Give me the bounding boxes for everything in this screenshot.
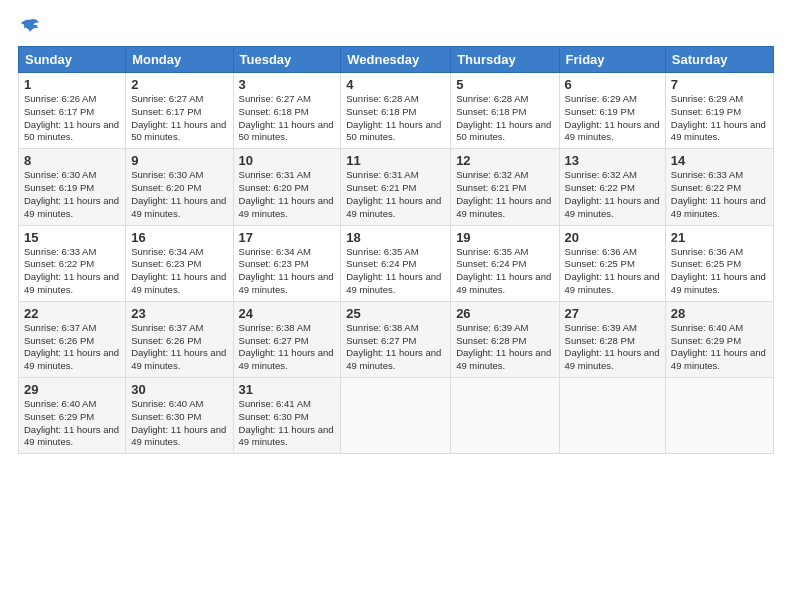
day-number: 12 xyxy=(456,153,553,168)
day-info: Sunrise: 6:30 AM Sunset: 6:19 PM Dayligh… xyxy=(24,169,120,220)
calendar-cell: 23 Sunrise: 6:37 AM Sunset: 6:26 PM Dayl… xyxy=(126,301,233,377)
calendar-cell xyxy=(559,378,665,454)
calendar-cell: 18 Sunrise: 6:35 AM Sunset: 6:24 PM Dayl… xyxy=(341,225,451,301)
calendar-header-monday: Monday xyxy=(126,47,233,73)
day-info: Sunrise: 6:28 AM Sunset: 6:18 PM Dayligh… xyxy=(346,93,445,144)
calendar-cell: 14 Sunrise: 6:33 AM Sunset: 6:22 PM Dayl… xyxy=(665,149,773,225)
day-number: 16 xyxy=(131,230,227,245)
calendar-cell: 31 Sunrise: 6:41 AM Sunset: 6:30 PM Dayl… xyxy=(233,378,341,454)
day-info: Sunrise: 6:26 AM Sunset: 6:17 PM Dayligh… xyxy=(24,93,120,144)
calendar-cell: 10 Sunrise: 6:31 AM Sunset: 6:20 PM Dayl… xyxy=(233,149,341,225)
calendar-week-2: 8 Sunrise: 6:30 AM Sunset: 6:19 PM Dayli… xyxy=(19,149,774,225)
calendar-cell: 13 Sunrise: 6:32 AM Sunset: 6:22 PM Dayl… xyxy=(559,149,665,225)
calendar-cell: 15 Sunrise: 6:33 AM Sunset: 6:22 PM Dayl… xyxy=(19,225,126,301)
calendar-week-5: 29 Sunrise: 6:40 AM Sunset: 6:29 PM Dayl… xyxy=(19,378,774,454)
day-number: 4 xyxy=(346,77,445,92)
calendar-cell: 17 Sunrise: 6:34 AM Sunset: 6:23 PM Dayl… xyxy=(233,225,341,301)
day-info: Sunrise: 6:40 AM Sunset: 6:29 PM Dayligh… xyxy=(24,398,120,449)
calendar-header-thursday: Thursday xyxy=(451,47,559,73)
calendar-cell: 19 Sunrise: 6:35 AM Sunset: 6:24 PM Dayl… xyxy=(451,225,559,301)
day-number: 31 xyxy=(239,382,336,397)
day-info: Sunrise: 6:28 AM Sunset: 6:18 PM Dayligh… xyxy=(456,93,553,144)
calendar-cell: 20 Sunrise: 6:36 AM Sunset: 6:25 PM Dayl… xyxy=(559,225,665,301)
day-number: 27 xyxy=(565,306,660,321)
day-number: 15 xyxy=(24,230,120,245)
calendar-week-4: 22 Sunrise: 6:37 AM Sunset: 6:26 PM Dayl… xyxy=(19,301,774,377)
day-number: 11 xyxy=(346,153,445,168)
day-info: Sunrise: 6:33 AM Sunset: 6:22 PM Dayligh… xyxy=(671,169,768,220)
day-number: 23 xyxy=(131,306,227,321)
calendar-cell: 5 Sunrise: 6:28 AM Sunset: 6:18 PM Dayli… xyxy=(451,73,559,149)
day-info: Sunrise: 6:40 AM Sunset: 6:29 PM Dayligh… xyxy=(671,322,768,373)
calendar-page: SundayMondayTuesdayWednesdayThursdayFrid… xyxy=(0,0,792,612)
calendar-header-tuesday: Tuesday xyxy=(233,47,341,73)
day-info: Sunrise: 6:41 AM Sunset: 6:30 PM Dayligh… xyxy=(239,398,336,449)
day-number: 28 xyxy=(671,306,768,321)
calendar-week-1: 1 Sunrise: 6:26 AM Sunset: 6:17 PM Dayli… xyxy=(19,73,774,149)
day-number: 10 xyxy=(239,153,336,168)
day-info: Sunrise: 6:29 AM Sunset: 6:19 PM Dayligh… xyxy=(671,93,768,144)
day-number: 1 xyxy=(24,77,120,92)
calendar-cell: 26 Sunrise: 6:39 AM Sunset: 6:28 PM Dayl… xyxy=(451,301,559,377)
day-info: Sunrise: 6:32 AM Sunset: 6:22 PM Dayligh… xyxy=(565,169,660,220)
day-number: 3 xyxy=(239,77,336,92)
day-number: 21 xyxy=(671,230,768,245)
day-info: Sunrise: 6:36 AM Sunset: 6:25 PM Dayligh… xyxy=(671,246,768,297)
day-number: 22 xyxy=(24,306,120,321)
day-info: Sunrise: 6:37 AM Sunset: 6:26 PM Dayligh… xyxy=(24,322,120,373)
day-number: 5 xyxy=(456,77,553,92)
calendar-table: SundayMondayTuesdayWednesdayThursdayFrid… xyxy=(18,46,774,454)
day-info: Sunrise: 6:31 AM Sunset: 6:20 PM Dayligh… xyxy=(239,169,336,220)
day-info: Sunrise: 6:35 AM Sunset: 6:24 PM Dayligh… xyxy=(456,246,553,297)
calendar-header-friday: Friday xyxy=(559,47,665,73)
calendar-header-row: SundayMondayTuesdayWednesdayThursdayFrid… xyxy=(19,47,774,73)
calendar-cell: 28 Sunrise: 6:40 AM Sunset: 6:29 PM Dayl… xyxy=(665,301,773,377)
calendar-cell: 12 Sunrise: 6:32 AM Sunset: 6:21 PM Dayl… xyxy=(451,149,559,225)
calendar-cell: 3 Sunrise: 6:27 AM Sunset: 6:18 PM Dayli… xyxy=(233,73,341,149)
day-info: Sunrise: 6:30 AM Sunset: 6:20 PM Dayligh… xyxy=(131,169,227,220)
day-number: 13 xyxy=(565,153,660,168)
calendar-cell: 11 Sunrise: 6:31 AM Sunset: 6:21 PM Dayl… xyxy=(341,149,451,225)
calendar-header-sunday: Sunday xyxy=(19,47,126,73)
page-header xyxy=(18,18,774,36)
day-info: Sunrise: 6:32 AM Sunset: 6:21 PM Dayligh… xyxy=(456,169,553,220)
calendar-week-3: 15 Sunrise: 6:33 AM Sunset: 6:22 PM Dayl… xyxy=(19,225,774,301)
day-number: 2 xyxy=(131,77,227,92)
day-info: Sunrise: 6:29 AM Sunset: 6:19 PM Dayligh… xyxy=(565,93,660,144)
calendar-cell: 9 Sunrise: 6:30 AM Sunset: 6:20 PM Dayli… xyxy=(126,149,233,225)
day-info: Sunrise: 6:33 AM Sunset: 6:22 PM Dayligh… xyxy=(24,246,120,297)
calendar-cell: 1 Sunrise: 6:26 AM Sunset: 6:17 PM Dayli… xyxy=(19,73,126,149)
calendar-cell: 25 Sunrise: 6:38 AM Sunset: 6:27 PM Dayl… xyxy=(341,301,451,377)
day-number: 9 xyxy=(131,153,227,168)
calendar-cell: 24 Sunrise: 6:38 AM Sunset: 6:27 PM Dayl… xyxy=(233,301,341,377)
day-number: 19 xyxy=(456,230,553,245)
calendar-cell xyxy=(451,378,559,454)
day-info: Sunrise: 6:31 AM Sunset: 6:21 PM Dayligh… xyxy=(346,169,445,220)
day-info: Sunrise: 6:39 AM Sunset: 6:28 PM Dayligh… xyxy=(456,322,553,373)
calendar-cell: 8 Sunrise: 6:30 AM Sunset: 6:19 PM Dayli… xyxy=(19,149,126,225)
day-number: 17 xyxy=(239,230,336,245)
day-info: Sunrise: 6:38 AM Sunset: 6:27 PM Dayligh… xyxy=(239,322,336,373)
calendar-cell xyxy=(665,378,773,454)
calendar-cell: 7 Sunrise: 6:29 AM Sunset: 6:19 PM Dayli… xyxy=(665,73,773,149)
day-info: Sunrise: 6:36 AM Sunset: 6:25 PM Dayligh… xyxy=(565,246,660,297)
calendar-cell: 30 Sunrise: 6:40 AM Sunset: 6:30 PM Dayl… xyxy=(126,378,233,454)
day-number: 8 xyxy=(24,153,120,168)
day-number: 30 xyxy=(131,382,227,397)
calendar-cell: 21 Sunrise: 6:36 AM Sunset: 6:25 PM Dayl… xyxy=(665,225,773,301)
calendar-cell: 16 Sunrise: 6:34 AM Sunset: 6:23 PM Dayl… xyxy=(126,225,233,301)
logo-bird-icon xyxy=(20,18,40,36)
calendar-cell: 22 Sunrise: 6:37 AM Sunset: 6:26 PM Dayl… xyxy=(19,301,126,377)
day-number: 24 xyxy=(239,306,336,321)
calendar-header-wednesday: Wednesday xyxy=(341,47,451,73)
day-number: 6 xyxy=(565,77,660,92)
calendar-cell: 6 Sunrise: 6:29 AM Sunset: 6:19 PM Dayli… xyxy=(559,73,665,149)
day-info: Sunrise: 6:37 AM Sunset: 6:26 PM Dayligh… xyxy=(131,322,227,373)
day-number: 29 xyxy=(24,382,120,397)
calendar-cell: 4 Sunrise: 6:28 AM Sunset: 6:18 PM Dayli… xyxy=(341,73,451,149)
day-info: Sunrise: 6:27 AM Sunset: 6:17 PM Dayligh… xyxy=(131,93,227,144)
day-info: Sunrise: 6:34 AM Sunset: 6:23 PM Dayligh… xyxy=(131,246,227,297)
calendar-cell xyxy=(341,378,451,454)
day-number: 18 xyxy=(346,230,445,245)
calendar-cell: 27 Sunrise: 6:39 AM Sunset: 6:28 PM Dayl… xyxy=(559,301,665,377)
